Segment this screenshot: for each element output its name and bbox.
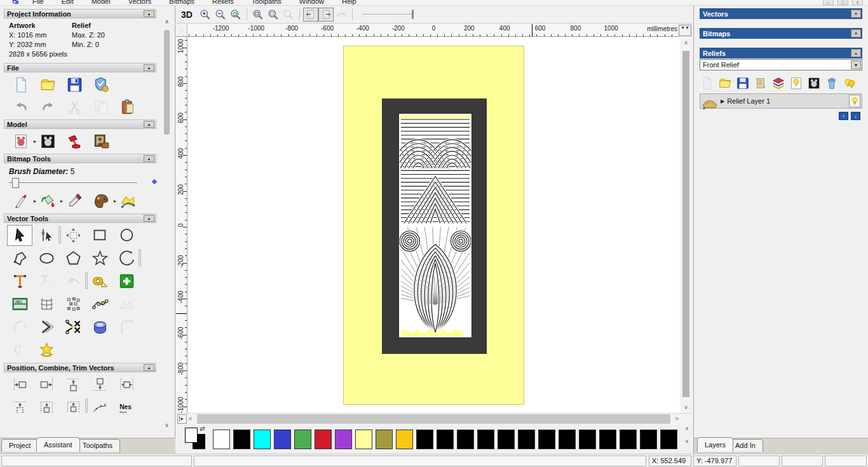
collapse-button[interactable]: ▲ — [851, 49, 861, 57]
paint-tool[interactable]: ▸ — [9, 191, 33, 211]
redo-tool[interactable] — [36, 97, 60, 117]
menu-toolpaths[interactable]: Toolpaths — [243, 0, 290, 5]
scroll-down-icon[interactable]: ∨ — [682, 438, 691, 451]
flood-fill-tool[interactable]: ▸ — [36, 191, 60, 211]
restore-button[interactable]: □ — [837, 0, 848, 5]
wrap-vectors-tool[interactable] — [34, 339, 59, 360]
align-up-b-tool[interactable] — [34, 397, 59, 413]
close-button[interactable]: × — [852, 0, 863, 5]
measure-tool[interactable] — [87, 271, 112, 292]
delete-relief-tool[interactable] — [824, 76, 839, 91]
zoom-selection-button[interactable] — [281, 8, 296, 22]
slider-track[interactable] — [9, 182, 137, 183]
new-relief-tool[interactable] — [699, 76, 715, 91]
vertical-scrollbar[interactable]: ∧ ∨ — [681, 37, 691, 413]
align-bottom-tool[interactable] — [87, 374, 112, 395]
create-polygon-tool[interactable] — [60, 248, 86, 269]
collapse-button[interactable]: ▲ — [144, 121, 154, 128]
copy-tool[interactable] — [89, 97, 113, 117]
previous-page-button[interactable] — [303, 8, 318, 22]
bitmaps-header[interactable]: Bitmaps ▼ — [700, 28, 862, 39]
relief-select-dropdown[interactable]: Front Relief ▼ — [700, 59, 862, 71]
toggle-visibility-tool[interactable] — [841, 76, 857, 91]
extrude-vector-tool[interactable] — [87, 316, 112, 337]
brush-diameter-slider[interactable] — [9, 177, 151, 189]
ruler-units-dropdown[interactable]: ▼▼ — [679, 25, 691, 36]
collapse-button[interactable]: ▲ — [144, 364, 154, 371]
3d-view-button[interactable]: 3D — [181, 10, 193, 20]
paste-tool[interactable] — [116, 97, 140, 117]
texture-tool[interactable] — [89, 132, 113, 151]
palette-swatch-11[interactable] — [437, 430, 454, 449]
text-block-tool[interactable] — [34, 271, 59, 292]
edit-model-tool[interactable]: ▸ — [9, 132, 33, 151]
create-ellipse-tool[interactable] — [34, 248, 59, 269]
transform-vectors-tool[interactable] — [60, 225, 86, 246]
expand-button[interactable]: ▼ — [851, 29, 861, 37]
collapse-button[interactable]: ▲ — [144, 215, 154, 222]
palette-swatch-1[interactable] — [233, 430, 250, 449]
menu-reliefs[interactable]: Reliefs — [203, 0, 243, 5]
tab-project[interactable]: Project — [1, 439, 38, 452]
select-vectors-tool[interactable] — [7, 225, 32, 246]
vectors-header[interactable]: Vectors ▼ — [700, 8, 862, 19]
create-rectangle-tool[interactable] — [87, 225, 112, 246]
nesting-tool[interactable]: Nesting — [114, 397, 139, 413]
palette-swatch-21[interactable] — [640, 430, 657, 449]
palette-swatch-10[interactable] — [416, 430, 433, 449]
palette-swatch-0[interactable] — [213, 430, 230, 449]
pick-colour-tool[interactable] — [62, 191, 86, 211]
horizontal-scrollbar[interactable]: < > — [189, 414, 679, 424]
align-up-a-tool[interactable] — [7, 397, 32, 413]
align-right-tool[interactable] — [34, 374, 59, 395]
create-star-tool[interactable] — [87, 248, 112, 269]
menu-model[interactable]: Model — [83, 0, 119, 5]
cut-tool[interactable] — [62, 97, 86, 117]
paste-along-tool[interactable] — [87, 397, 112, 413]
scrollbar-thumb[interactable] — [197, 414, 670, 424]
artwork-background[interactable] — [343, 46, 524, 405]
tab-toolpaths[interactable]: Toolpaths — [75, 439, 120, 452]
menu-help[interactable]: Help — [333, 0, 365, 5]
align-centre-tool[interactable] — [114, 374, 139, 395]
zoom-in-button[interactable] — [198, 8, 213, 22]
scroll-down-icon[interactable]: ∨ — [681, 404, 691, 410]
menu-edit[interactable]: Edit — [53, 0, 83, 5]
save-model-tool[interactable] — [62, 75, 86, 95]
menu-bitmaps[interactable]: Bitmaps — [160, 0, 203, 5]
scroll-left-icon[interactable]: < — [189, 416, 192, 422]
zoom-slider[interactable] — [362, 8, 418, 21]
palette-swatch-14[interactable] — [498, 430, 515, 449]
invert-model-tool[interactable] — [36, 132, 60, 151]
tab-assistant[interactable]: Assistant — [36, 437, 80, 452]
zoom-previous-button[interactable] — [228, 8, 243, 22]
align-left-tool[interactable] — [7, 374, 32, 395]
zoom-out-button[interactable] — [213, 8, 228, 22]
scrollbar-thumb[interactable] — [164, 30, 170, 135]
scroll-right-icon[interactable]: > — [675, 416, 679, 422]
move-layer-up-button[interactable]: ↑ — [839, 112, 848, 120]
palette-swatch-17[interactable] — [559, 430, 576, 449]
palette-swatch-13[interactable] — [477, 430, 494, 449]
create-text-tool[interactable] — [7, 271, 32, 292]
collapse-button[interactable]: ▲ — [144, 155, 154, 162]
dropdown-arrow-icon[interactable]: ▼ — [851, 60, 861, 69]
palette-swatch-18[interactable] — [579, 430, 596, 449]
palette-swatch-19[interactable] — [599, 430, 616, 449]
menu-window[interactable]: Window — [290, 0, 333, 5]
scrollbar-thumb[interactable] — [682, 51, 689, 397]
relief-layer-row[interactable]: + ▶ Relief Layer 1 — [700, 93, 862, 109]
create-polyline-tool[interactable] — [7, 248, 32, 269]
create-arc-tool[interactable] — [114, 248, 139, 269]
fillet-tool[interactable] — [114, 316, 139, 337]
palette-swatch-5[interactable] — [315, 430, 332, 449]
text-on-curve-tool[interactable] — [60, 271, 86, 292]
zoom-fit-button[interactable] — [266, 8, 281, 22]
palette-swatch-20[interactable] — [620, 430, 637, 449]
trim-vectors-tool[interactable] — [60, 316, 86, 337]
text-panel-tool[interactable]: ABC — [7, 294, 32, 315]
relief-clipart-tool[interactable] — [752, 76, 768, 91]
layer-name[interactable]: Relief Layer 1 — [727, 97, 770, 105]
palette-swatch-9[interactable] — [396, 430, 413, 449]
zoom-objects-button[interactable] — [250, 8, 266, 22]
